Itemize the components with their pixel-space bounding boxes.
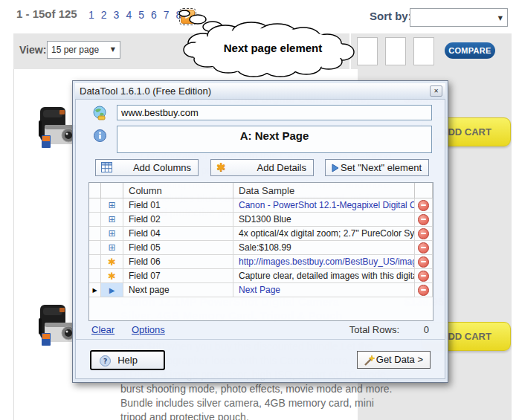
page-number[interactable]: 1	[88, 9, 94, 21]
remove-cell	[415, 198, 433, 213]
remove-cell	[415, 269, 433, 283]
remove-cell	[415, 213, 433, 227]
data-sample-cell: http://images.bestbuy.com/BestBuy_US/ima…	[233, 255, 415, 269]
remove-cell	[415, 227, 433, 241]
play-icon	[331, 164, 340, 172]
callout-text: Next page element	[187, 42, 358, 54]
chevron-down-icon: ▼	[111, 42, 115, 58]
grid-icon: ⊞	[101, 213, 123, 227]
close-icon[interactable]: ✕	[430, 85, 442, 97]
chevron-down-icon: ▼	[498, 14, 503, 21]
table-row[interactable]: ✱Field 06http://images.bestbuy.com/BestB…	[89, 255, 433, 269]
datatool-dialog: DataTool 1.6.1.0 (Free Edition) ✕ A: Nex…	[72, 80, 448, 383]
selector-header	[89, 183, 101, 198]
compare-slot[interactable]	[385, 37, 406, 65]
page-number[interactable]: 6	[151, 9, 157, 21]
dialog-title: DataTool 1.6.1.0 (Free Edition)	[80, 85, 211, 97]
remove-cell	[415, 255, 433, 269]
column-name-cell: Field 01	[123, 198, 233, 213]
sort-by-label: Sort by:	[370, 10, 412, 22]
info-icon	[94, 129, 106, 142]
page-number[interactable]: 3	[114, 9, 120, 21]
magic-wand-icon	[364, 355, 375, 366]
total-rows-value: 0	[407, 324, 429, 335]
table-row[interactable]: ⊞Field 02SD1300 Blue	[89, 213, 433, 227]
add-columns-label: Add Columns	[133, 162, 191, 173]
asterisk-icon: ✱	[101, 269, 123, 283]
table-icon	[101, 162, 112, 172]
row-selector-cell	[89, 255, 101, 269]
results-count: 1 - 15of 125	[16, 7, 77, 20]
table-row[interactable]: ⊞Field 044x optical/4x digital zoom; 2.7…	[89, 227, 433, 241]
description-line: burst shooting mode, photo effects, movi…	[120, 382, 440, 396]
column-name-cell: Field 04	[123, 227, 233, 241]
row-selector-cell	[89, 269, 101, 283]
view-dropdown[interactable]: 15 per page ▼	[47, 41, 120, 59]
view-value: 15 per page	[51, 45, 99, 55]
sort-by-dropdown[interactable]: ▼	[410, 8, 508, 27]
row-selector-cell	[89, 227, 101, 241]
page-number[interactable]: 7	[164, 9, 170, 21]
asterisk-icon: ✱	[101, 255, 123, 269]
data-sample-header: Data Sample	[233, 183, 415, 198]
table-row[interactable]: ▶▶Next pageNext Page	[89, 283, 433, 297]
column-header: Column	[123, 183, 233, 198]
remove-header	[415, 183, 433, 198]
row-selector-cell	[89, 213, 101, 227]
table-row[interactable]: ⊞Field 05Sale:$108.99	[89, 241, 433, 255]
callout-cloud	[170, 3, 364, 79]
remove-cell	[415, 283, 433, 297]
description-line: Bundle includes silver camera, 4GB memor…	[120, 396, 440, 410]
url-input[interactable]	[117, 105, 432, 120]
table-row[interactable]: ✱Field 07Capture clear, detailed images …	[89, 269, 433, 283]
set-next-label: Set "Next" element	[341, 162, 422, 173]
table-header: Column Data Sample	[89, 183, 433, 198]
add-details-button[interactable]: ✱ Add Details	[210, 159, 314, 176]
play-icon: ▶	[101, 283, 123, 297]
column-name-cell: Field 02	[123, 213, 233, 227]
remove-row-button[interactable]	[418, 200, 429, 211]
remove-row-button[interactable]	[418, 242, 429, 253]
remove-row-button[interactable]	[418, 271, 429, 282]
remove-row-button[interactable]	[418, 228, 429, 239]
grid-icon: ⊞	[101, 198, 123, 213]
row-selector-cell	[89, 198, 101, 213]
remove-row-button[interactable]	[418, 256, 429, 268]
page-number[interactable]: 5	[138, 9, 144, 21]
add-columns-button[interactable]: Add Columns	[95, 159, 199, 176]
asterisk-icon: ✱	[216, 162, 226, 173]
remove-row-button[interactable]	[418, 285, 429, 296]
column-name-cell: Field 06	[123, 255, 233, 269]
compare-button[interactable]: COMPARE	[445, 42, 495, 59]
globe-icon	[92, 106, 107, 120]
help-button[interactable]: ? Help	[90, 350, 165, 370]
get-data-button[interactable]: Get Data >	[357, 351, 431, 369]
set-next-element-button[interactable]: Set "Next" element	[325, 159, 429, 176]
column-name-cell: Field 05	[123, 241, 233, 255]
data-sample-cell: 4x optical/4x digital zoom; 2.7" PureCol…	[233, 227, 415, 241]
compare-slot[interactable]	[413, 37, 434, 65]
content-divider	[13, 69, 14, 420]
table-body: ⊞Field 01Canon - PowerShot 12.1-Megapixe…	[89, 198, 433, 297]
column-name-cell: Field 07	[123, 269, 233, 283]
page: 1 - 15of 125 123456789 ▶ Sort by: ▼ View…	[0, 0, 519, 420]
fields-table: Column Data Sample ⊞Field 01Canon - Powe…	[88, 182, 433, 321]
column-name-cell: Next page	[123, 283, 233, 297]
page-number[interactable]: 4	[126, 9, 132, 21]
page-number[interactable]: 2	[101, 9, 107, 21]
view-label: View:	[19, 44, 46, 56]
icon-header	[101, 183, 123, 198]
data-sample-cell: Canon - PowerShot 12.1-Megapixel Digital…	[233, 198, 415, 213]
options-link[interactable]: Options	[132, 324, 165, 335]
help-label: Help	[91, 355, 164, 366]
data-sample-cell: Sale:$108.99	[233, 241, 415, 255]
add-details-label: Add Details	[257, 162, 306, 173]
data-sample-cell: SD1300 Blue	[233, 213, 415, 227]
remove-row-button[interactable]	[418, 214, 429, 225]
status-box: A: Next Page	[117, 126, 432, 153]
status-text: A: Next Page	[240, 129, 309, 142]
clear-link[interactable]: Clear	[91, 324, 115, 335]
grid-icon: ⊞	[101, 241, 123, 255]
dialog-titlebar[interactable]: DataTool 1.6.1.0 (Free Edition) ✕	[75, 83, 445, 99]
table-row[interactable]: ⊞Field 01Canon - PowerShot 12.1-Megapixe…	[89, 198, 433, 213]
